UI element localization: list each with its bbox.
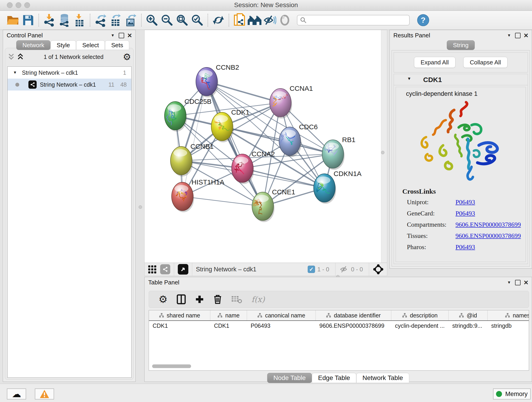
crosshair-icon[interactable]	[373, 264, 384, 275]
import-table-button[interactable]	[72, 13, 87, 28]
float-panel-icon[interactable]: ▼	[109, 32, 116, 39]
node-HIST1H1A[interactable]: HIST1H1A	[172, 178, 224, 212]
node-CDKN1A[interactable]: CDKN1A	[314, 170, 361, 204]
open-session-button[interactable]	[6, 13, 21, 28]
maximize-panel-icon[interactable]	[118, 32, 125, 39]
selected-nodes-checkbox[interactable]: ✓	[308, 266, 315, 273]
collapse-all-icon[interactable]	[7, 53, 15, 61]
table-cell[interactable]: stringdb:9...	[449, 321, 488, 331]
maximize-panel-icon[interactable]	[514, 279, 521, 286]
tab-node-table[interactable]: Node Table	[267, 373, 312, 383]
node-CCNA2[interactable]: CCNA2	[232, 150, 275, 184]
tab-select[interactable]: Select	[76, 40, 105, 50]
float-panel-icon[interactable]: ▼	[506, 32, 513, 39]
import-network-file-button[interactable]	[42, 13, 57, 28]
zoom-in-button[interactable]	[144, 13, 159, 28]
show-columns-icon[interactable]	[177, 294, 186, 304]
grid-view-icon[interactable]	[148, 265, 157, 274]
cloud-button[interactable]: ☁	[7, 389, 26, 400]
expand-all-icon[interactable]	[17, 53, 24, 61]
zoom-out-button[interactable]	[159, 13, 175, 28]
string-home-button[interactable]	[247, 13, 262, 28]
warnings-button[interactable]	[35, 389, 54, 400]
table-cell[interactable]: 9606.ENSP00000378699	[316, 321, 391, 331]
tab-style[interactable]: Style	[51, 40, 76, 50]
control-panel-header: Control Panel ▼ ✕	[3, 30, 135, 41]
table-options-gear-icon[interactable]: ⚙	[158, 295, 167, 304]
edge-CCNB2-CCNE1[interactable]	[207, 82, 263, 206]
table-cell[interactable]: CDK1	[210, 321, 247, 331]
hidden-eye-icon[interactable]	[339, 265, 349, 273]
string-import-button[interactable]	[232, 13, 247, 28]
gray-eye-icon	[279, 14, 290, 26]
gene-section-header[interactable]: ▼ CDK1	[394, 74, 528, 85]
crosslink-link[interactable]: P06493	[456, 198, 521, 206]
table-cell[interactable]: stringdb	[488, 321, 529, 331]
column-header-at-id[interactable]: @id	[449, 310, 488, 320]
show-graphics-button[interactable]	[277, 13, 292, 28]
crosslink-link[interactable]: P06493	[456, 210, 521, 217]
tab-network-table[interactable]: Network Table	[356, 373, 409, 383]
delete-column-icon[interactable]	[213, 294, 222, 304]
node-CDC6[interactable]: CDC6	[279, 123, 318, 157]
column-header-description[interactable]: description	[391, 310, 449, 320]
crosslink-link[interactable]: P06493	[456, 243, 521, 251]
table-row[interactable]: CDK1CDK1P064939606.ENSP00000378699cyclin…	[149, 321, 529, 331]
right-splitter-handle[interactable]	[381, 151, 385, 154]
help-button[interactable]: ?	[416, 13, 431, 28]
memory-button[interactable]: Memory	[493, 389, 531, 400]
network-canvas[interactable]: CCNB2CCNA1CDC25BCDK1CDC6RB1CCNB1CCNA2CDK…	[145, 30, 381, 263]
add-column-icon[interactable]	[195, 295, 204, 304]
table-cell[interactable]: CDK1	[149, 321, 210, 331]
birds-eye-view-icon[interactable]	[178, 264, 188, 274]
tab-network[interactable]: Network	[16, 40, 51, 50]
crosslink-link[interactable]: 9606.ENSP00000378699	[456, 221, 521, 228]
close-panel-icon[interactable]: ✕	[523, 279, 530, 286]
fit-content-button[interactable]	[175, 13, 190, 28]
left-splitter-handle[interactable]	[139, 205, 142, 209]
tab-sets[interactable]: Sets	[105, 40, 129, 50]
column-header-canonical-name[interactable]: canonical name	[247, 310, 316, 320]
network-collection-row[interactable]: ▼ String Network – cdk1 1	[7, 67, 131, 79]
float-panel-icon[interactable]: ▼	[506, 279, 513, 286]
column-header-namespace[interactable]: namespace	[488, 310, 529, 320]
export-image-button[interactable]	[123, 13, 138, 28]
hide-graphics-button[interactable]	[262, 13, 277, 28]
network-share-icon[interactable]	[160, 264, 170, 274]
close-panel-icon[interactable]: ✕	[126, 32, 133, 39]
apply-layout-button[interactable]	[211, 13, 226, 28]
memory-status-dot	[496, 391, 502, 397]
tab-edge-table[interactable]: Edge Table	[312, 373, 356, 383]
open-folder-icon	[6, 14, 20, 26]
table-cell[interactable]: P06493	[247, 321, 316, 331]
column-header-shared-name[interactable]: shared name	[149, 310, 210, 320]
crosslink-link[interactable]: 9606.ENSP00000378699	[456, 232, 521, 240]
node-CCNE1[interactable]: CCNE1	[252, 188, 295, 222]
export-network-button[interactable]	[93, 13, 108, 28]
save-session-button[interactable]	[21, 13, 36, 28]
search-box[interactable]	[297, 15, 410, 26]
network-row[interactable]: String Network – cdk1 11 48	[7, 79, 131, 90]
column-header-database-identifier[interactable]: database identifier	[316, 310, 391, 320]
gene-collapse-icon[interactable]: ▼	[407, 76, 411, 81]
search-input[interactable]	[307, 17, 406, 24]
export-table-button[interactable]	[108, 13, 123, 28]
edge-HIST1H1A-CCNE1[interactable]	[182, 196, 263, 206]
close-panel-icon[interactable]: ✕	[523, 32, 530, 39]
zoom-selected-button[interactable]	[190, 13, 205, 28]
expand-all-button[interactable]: Expand All	[414, 57, 456, 68]
node-CCNB2[interactable]: CCNB2	[196, 64, 239, 97]
delete-table-icon[interactable]	[231, 295, 242, 303]
import-network-database-button[interactable]	[57, 13, 72, 28]
function-builder-icon[interactable]: f(x)	[251, 295, 265, 304]
collapse-all-button[interactable]: Collapse All	[463, 57, 508, 68]
tab-string[interactable]: String	[447, 40, 475, 50]
node-CDC25B[interactable]: CDC25B	[165, 98, 211, 132]
node-RB1[interactable]: RB1	[322, 136, 355, 170]
table-horizontal-scrollbar[interactable]	[152, 364, 191, 368]
table-cell[interactable]: cyclin-dependent ...	[391, 321, 449, 331]
collection-expand-icon[interactable]: ▼	[13, 70, 17, 75]
maximize-panel-icon[interactable]	[514, 32, 521, 39]
column-header-name[interactable]: name	[210, 310, 247, 320]
network-options-gear-icon[interactable]: ⚙	[123, 52, 131, 61]
